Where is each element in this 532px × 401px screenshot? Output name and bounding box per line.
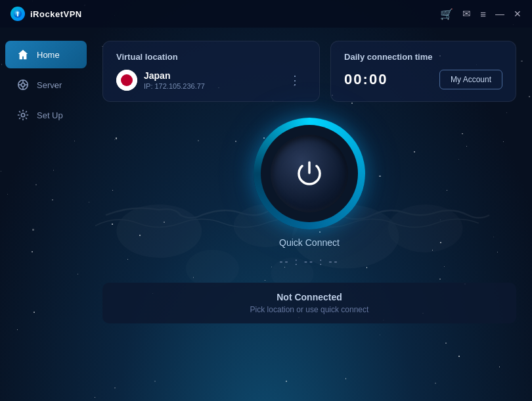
sidebar-item-setup[interactable]: Set Up bbox=[5, 101, 87, 129]
titlebar-right: 🛒 ✉ ≡ — ✕ bbox=[440, 8, 521, 20]
location-info: Japan IP: 172.105.236.77 bbox=[116, 70, 205, 91]
location-details: Japan IP: 172.105.236.77 bbox=[144, 70, 205, 90]
flag-icon bbox=[116, 70, 137, 91]
sidebar-home-label: Home bbox=[37, 50, 60, 60]
top-cards-row: Virtual location Japan IP: 172.105 bbox=[102, 41, 516, 102]
menu-icon[interactable]: ≡ bbox=[480, 9, 486, 20]
power-ring-outer bbox=[254, 118, 365, 229]
ip-address: IP: 172.105.236.77 bbox=[144, 82, 205, 90]
my-account-button[interactable]: My Account bbox=[439, 70, 502, 89]
status-subtitle: Pick location or use quick connect bbox=[116, 305, 503, 314]
app-logo bbox=[11, 7, 25, 21]
main-layout: Home Server Set bbox=[0, 28, 532, 401]
status-title: Not Connected bbox=[116, 292, 503, 302]
power-button[interactable] bbox=[271, 135, 348, 212]
close-icon[interactable]: ✕ bbox=[514, 9, 521, 19]
content-area: Virtual location Japan IP: 172.105 bbox=[92, 28, 532, 401]
daily-connection-label: Daily connection time bbox=[344, 52, 502, 62]
titlebar: iRocketVPN 🛒 ✉ ≡ — ✕ bbox=[0, 0, 532, 28]
titlebar-left: iRocketVPN bbox=[11, 7, 82, 21]
minimize-icon[interactable]: — bbox=[495, 9, 504, 19]
status-bar: Not Connected Pick location or use quick… bbox=[102, 283, 516, 323]
power-ring-middle bbox=[261, 125, 358, 222]
virtual-location-label: Virtual location bbox=[116, 52, 306, 62]
location-menu-button[interactable]: ⋮ bbox=[284, 70, 306, 90]
country-name: Japan bbox=[144, 70, 205, 81]
sidebar-setup-label: Set Up bbox=[37, 110, 63, 120]
server-icon bbox=[16, 78, 30, 92]
mail-icon[interactable]: ✉ bbox=[462, 8, 471, 20]
sidebar-item-server[interactable]: Server bbox=[5, 71, 87, 99]
location-row: Japan IP: 172.105.236.77 ⋮ bbox=[116, 70, 306, 91]
sidebar-server-label: Server bbox=[37, 80, 62, 90]
home-icon bbox=[16, 47, 30, 62]
sidebar: Home Server Set bbox=[0, 28, 92, 401]
sidebar-item-home[interactable]: Home bbox=[5, 41, 87, 68]
virtual-location-card: Virtual location Japan IP: 172.105 bbox=[102, 41, 320, 102]
time-row: 00:00 My Account bbox=[344, 70, 502, 89]
quick-connect-label: Quick Connect bbox=[279, 237, 340, 248]
cart-icon[interactable]: 🛒 bbox=[440, 8, 453, 20]
power-section: Quick Connect -- : -- : -- bbox=[102, 118, 516, 267]
svg-point-15 bbox=[121, 74, 133, 86]
svg-point-8 bbox=[21, 83, 24, 86]
app-title-label: iRocketVPN bbox=[30, 9, 82, 19]
svg-point-13 bbox=[21, 113, 24, 116]
timer-display: -- : -- : -- bbox=[280, 256, 340, 267]
power-icon bbox=[292, 156, 326, 191]
daily-connection-card: Daily connection time 00:00 My Account bbox=[330, 41, 516, 102]
setup-icon bbox=[16, 108, 30, 122]
time-display: 00:00 bbox=[344, 71, 388, 88]
